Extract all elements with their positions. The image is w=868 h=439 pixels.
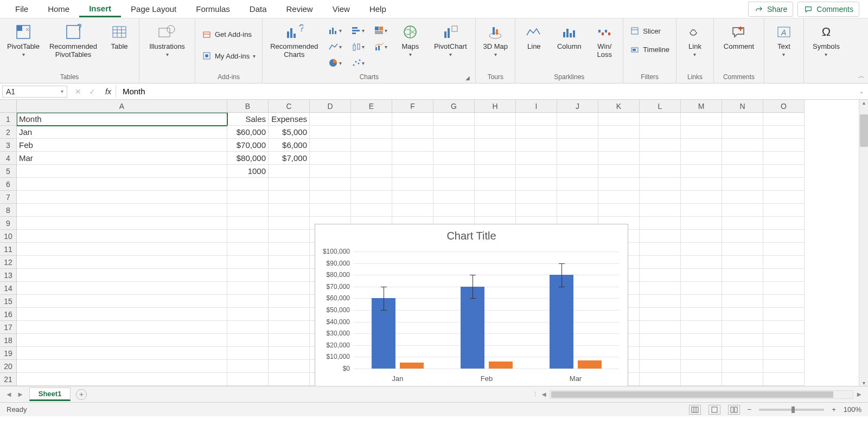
tab-review[interactable]: Review — [277, 2, 323, 16]
cell-L21[interactable] — [640, 373, 681, 386]
cell-N1[interactable] — [722, 113, 763, 126]
cell-M7[interactable] — [681, 191, 722, 204]
cell-A4[interactable]: Mar — [17, 152, 227, 165]
cell-B15[interactable] — [227, 295, 269, 308]
cell-N3[interactable] — [722, 139, 763, 152]
row-header-10[interactable]: 10 — [0, 230, 17, 243]
cell-D2[interactable] — [310, 126, 351, 139]
cell-M8[interactable] — [681, 204, 722, 217]
cell-A19[interactable] — [17, 347, 227, 360]
cell-L6[interactable] — [640, 178, 681, 191]
zoom-level[interactable]: 100% — [844, 405, 861, 414]
embedded-chart[interactable]: Chart Title $0$10,000$20,000$30,000$40,0… — [315, 224, 628, 386]
cell-N10[interactable] — [722, 230, 763, 243]
cell-N14[interactable] — [722, 282, 763, 295]
cell-L4[interactable] — [640, 152, 681, 165]
chart-more-icon[interactable] — [371, 56, 390, 69]
cell-G7[interactable] — [433, 191, 475, 204]
cell-E8[interactable] — [351, 204, 392, 217]
cell-M3[interactable] — [681, 139, 722, 152]
hierarchy-chart-icon[interactable] — [371, 24, 390, 37]
cell-E3[interactable] — [351, 139, 392, 152]
cell-E4[interactable] — [351, 152, 392, 165]
cell-B17[interactable] — [227, 321, 269, 334]
cell-A5[interactable] — [17, 165, 227, 178]
cell-A10[interactable] — [17, 230, 227, 243]
ribbon-collapse-button[interactable]: ︿ — [858, 72, 865, 81]
cell-O19[interactable] — [763, 347, 805, 360]
cell-A16[interactable] — [17, 308, 227, 321]
cell-L8[interactable] — [640, 204, 681, 217]
cell-N17[interactable] — [722, 321, 763, 334]
sparkline-column-button[interactable]: Column — [552, 21, 586, 53]
cell-B16[interactable] — [227, 308, 269, 321]
cell-I7[interactable] — [516, 191, 557, 204]
recommended-pivottables-button[interactable]: ? Recommended PivotTables — [47, 21, 100, 61]
cell-N9[interactable] — [722, 217, 763, 230]
cell-N7[interactable] — [722, 191, 763, 204]
zoom-in-button[interactable]: + — [832, 405, 836, 414]
table-button[interactable]: Table — [104, 21, 135, 53]
cell-C2[interactable]: $5,000 — [269, 126, 310, 139]
get-addins-button[interactable]: Get Add-ins — [200, 28, 258, 40]
row-header-15[interactable]: 15 — [0, 295, 17, 308]
row-header-12[interactable]: 12 — [0, 256, 17, 269]
scatter-chart-icon[interactable] — [348, 56, 367, 69]
view-page-break-button[interactable] — [728, 405, 740, 415]
cell-O6[interactable] — [763, 178, 805, 191]
cell-A14[interactable] — [17, 282, 227, 295]
cell-O13[interactable] — [763, 269, 805, 282]
cell-M13[interactable] — [681, 269, 722, 282]
cell-H7[interactable] — [475, 191, 516, 204]
cell-N15[interactable] — [722, 295, 763, 308]
charts-dialog-launcher[interactable]: ◢ — [465, 75, 470, 81]
cell-C12[interactable] — [269, 256, 310, 269]
cell-L12[interactable] — [640, 256, 681, 269]
cell-I1[interactable] — [516, 113, 557, 126]
row-header-9[interactable]: 9 — [0, 217, 17, 230]
cell-L19[interactable] — [640, 347, 681, 360]
cell-B11[interactable] — [227, 243, 269, 256]
cell-K7[interactable] — [598, 191, 640, 204]
cell-E5[interactable] — [351, 165, 392, 178]
cell-E2[interactable] — [351, 126, 392, 139]
col-header-G[interactable]: G — [433, 100, 475, 113]
cell-C15[interactable] — [269, 295, 310, 308]
cell-D3[interactable] — [310, 139, 351, 152]
cell-C13[interactable] — [269, 269, 310, 282]
cell-A2[interactable]: Jan — [17, 126, 227, 139]
cell-J7[interactable] — [557, 191, 598, 204]
fx-icon[interactable]: fx — [101, 87, 116, 96]
cell-O15[interactable] — [763, 295, 805, 308]
view-normal-button[interactable] — [689, 405, 701, 415]
combo-chart-icon[interactable] — [371, 40, 390, 53]
cell-M16[interactable] — [681, 308, 722, 321]
cell-B5[interactable]: 1000 — [227, 165, 269, 178]
illustrations-button[interactable]: Illustrations — [144, 21, 190, 60]
cell-N5[interactable] — [722, 165, 763, 178]
formula-expand-icon[interactable]: ⌄ — [855, 88, 868, 94]
tab-data[interactable]: Data — [240, 2, 277, 16]
col-header-C[interactable]: C — [269, 100, 310, 113]
cell-I8[interactable] — [516, 204, 557, 217]
cell-N19[interactable] — [722, 347, 763, 360]
cell-O1[interactable] — [763, 113, 805, 126]
cell-A11[interactable] — [17, 243, 227, 256]
row-header-21[interactable]: 21 — [0, 373, 17, 386]
cell-D4[interactable] — [310, 152, 351, 165]
cell-C18[interactable] — [269, 334, 310, 347]
row-header-11[interactable]: 11 — [0, 243, 17, 256]
cell-C20[interactable] — [269, 360, 310, 373]
add-sheet-button[interactable]: ＋ — [76, 389, 87, 400]
formula-input[interactable] — [116, 85, 855, 98]
cell-B3[interactable]: $70,000 — [227, 139, 269, 152]
cell-K2[interactable] — [598, 126, 640, 139]
zoom-slider[interactable] — [759, 409, 824, 411]
cell-A9[interactable] — [17, 217, 227, 230]
cell-C1[interactable]: Expenses — [269, 113, 310, 126]
cell-O20[interactable] — [763, 360, 805, 373]
cell-N6[interactable] — [722, 178, 763, 191]
cell-K4[interactable] — [598, 152, 640, 165]
cell-L14[interactable] — [640, 282, 681, 295]
link-button[interactable]: Link — [681, 21, 709, 60]
